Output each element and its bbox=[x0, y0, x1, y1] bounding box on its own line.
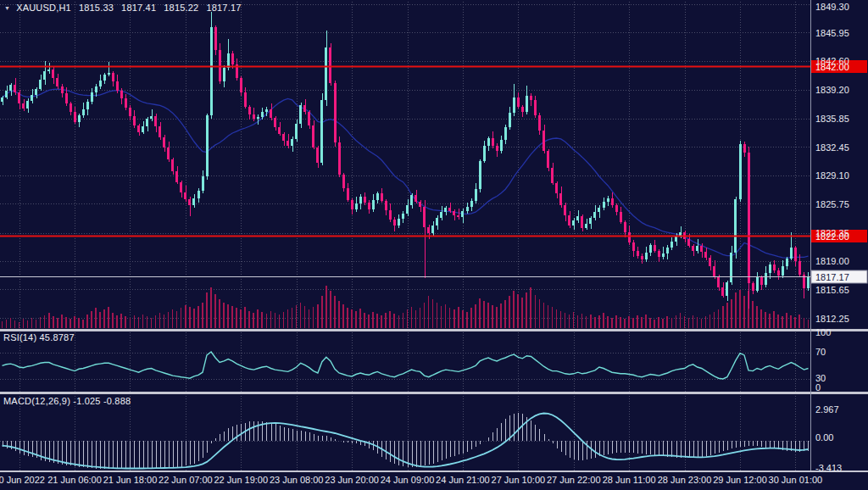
symbol-info-bar: ▼ XAUUSD,H1 1815.33 1817.41 1815.22 1817… bbox=[4, 3, 242, 13]
separator-main-rsi[interactable] bbox=[0, 329, 868, 331]
svg-text:20 Jun 2022: 20 Jun 2022 bbox=[0, 475, 45, 485]
svg-text:23 Jun 08:00: 23 Jun 08:00 bbox=[270, 475, 324, 485]
svg-text:24 Jun 09:00: 24 Jun 09:00 bbox=[381, 475, 435, 485]
svg-text:28 Jun 23:00: 28 Jun 23:00 bbox=[658, 475, 712, 485]
svg-text:-3.413: -3.413 bbox=[815, 463, 842, 473]
ohlc-close-value: 1817.17 bbox=[206, 3, 241, 13]
svg-text:70: 70 bbox=[815, 347, 826, 357]
svg-text:1812.25: 1812.25 bbox=[815, 314, 849, 324]
separator-macd-timeaxis bbox=[0, 471, 868, 472]
svg-text:1829.10: 1829.10 bbox=[815, 170, 849, 181]
svg-text:1822.35: 1822.35 bbox=[815, 228, 849, 238]
svg-text:0: 0 bbox=[815, 382, 821, 393]
svg-text:22 Jun 19:00: 22 Jun 19:00 bbox=[214, 475, 268, 485]
ohlc-open-value: 1815.33 bbox=[79, 3, 114, 13]
svg-text:0.00: 0.00 bbox=[815, 432, 833, 443]
time-axis-labels[interactable]: 20 Jun 202221 Jun 06:0021 Jun 18:0022 Ju… bbox=[0, 475, 822, 485]
svg-text:23 Jun 20:00: 23 Jun 20:00 bbox=[325, 475, 379, 485]
price-axis-border bbox=[810, 0, 811, 471]
rsi-indicator-label: RSI(14) 45.8787 bbox=[3, 332, 75, 342]
svg-text:1825.75: 1825.75 bbox=[815, 199, 849, 209]
separator-rsi-macd[interactable] bbox=[0, 392, 868, 394]
svg-text:21 Jun 06:00: 21 Jun 06:00 bbox=[47, 475, 102, 485]
macd-indicator-label: MACD(12,26,9) -1.025 -0.888 bbox=[3, 396, 131, 406]
trading-chart-window: 1842.001822.001817.171849.301845.951842.… bbox=[0, 0, 868, 490]
svg-text:27 Jun 10:00: 27 Jun 10:00 bbox=[492, 475, 546, 485]
ohlc-high-value: 1817.41 bbox=[121, 3, 156, 13]
svg-text:24 Jun 21:00: 24 Jun 21:00 bbox=[436, 475, 490, 485]
svg-text:1815.65: 1815.65 bbox=[815, 285, 849, 295]
svg-text:1849.30: 1849.30 bbox=[815, 2, 849, 12]
svg-text:29 Jun 12:00: 29 Jun 12:00 bbox=[713, 475, 767, 485]
symbol-timeframe-label: XAUUSD,H1 bbox=[16, 3, 71, 13]
svg-text:1835.85: 1835.85 bbox=[815, 114, 849, 124]
svg-text:28 Jun 11:00: 28 Jun 11:00 bbox=[603, 475, 656, 485]
svg-text:1842.60: 1842.60 bbox=[815, 56, 849, 66]
svg-text:1819.00: 1819.00 bbox=[815, 256, 849, 266]
ohlc-low-value: 1815.22 bbox=[164, 3, 198, 13]
svg-text:1832.45: 1832.45 bbox=[815, 142, 849, 153]
svg-text:2.967: 2.967 bbox=[815, 404, 839, 415]
svg-text:1839.20: 1839.20 bbox=[815, 85, 849, 95]
svg-text:1817.17: 1817.17 bbox=[815, 272, 849, 282]
svg-text:100: 100 bbox=[815, 327, 831, 337]
candlestick-chart-canvas[interactable]: 1842.001822.001817.171849.301845.951842.… bbox=[0, 0, 868, 490]
svg-text:27 Jun 22:00: 27 Jun 22:00 bbox=[547, 475, 601, 485]
svg-text:30 Jun 01:00: 30 Jun 01:00 bbox=[769, 475, 823, 485]
svg-text:21 Jun 18:00: 21 Jun 18:00 bbox=[103, 475, 158, 485]
svg-text:22 Jun 07:00: 22 Jun 07:00 bbox=[159, 475, 213, 485]
svg-text:1845.95: 1845.95 bbox=[815, 28, 849, 38]
symbol-dropdown-icon[interactable]: ▼ bbox=[4, 5, 10, 11]
